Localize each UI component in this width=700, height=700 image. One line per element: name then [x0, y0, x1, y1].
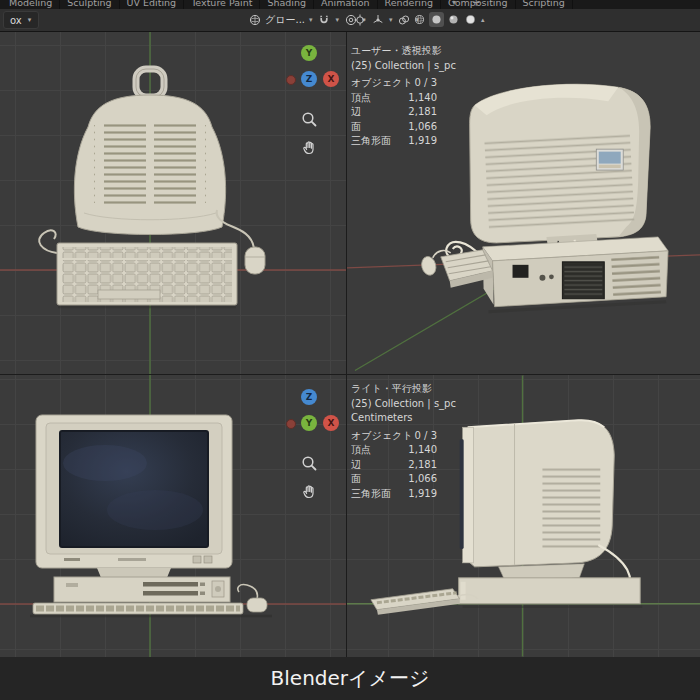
pan-hand-icon[interactable]: [299, 137, 319, 157]
tab-uv-editing[interactable]: UV Editing: [120, 0, 185, 9]
transform-controls-group: グロー... ▾ ▾ ▾: [247, 9, 367, 30]
axis-x-handle[interactable]: X: [323, 71, 339, 87]
stat-value: 1,066: [408, 472, 437, 487]
shading-mode-group: ▴: [412, 9, 486, 30]
tool-dropdown-value: ox: [10, 15, 22, 26]
stat-value: 1,919: [408, 487, 437, 502]
stat-label: オブジェクト: [351, 76, 412, 91]
axis-gizmo[interactable]: Z Y X: [278, 389, 340, 433]
tab-sculpting[interactable]: Sculpting: [60, 0, 119, 9]
view-label: ライト・平行投影: [351, 382, 456, 397]
stat-value: 1,919: [408, 134, 437, 149]
show-overlays-icon[interactable]: [397, 12, 412, 27]
shading-rendered-icon[interactable]: [463, 12, 478, 27]
zoom-icon[interactable]: [299, 453, 319, 473]
axis-negative-x-handle[interactable]: [286, 75, 296, 85]
stat-label: 頂点: [351, 443, 371, 458]
scene-stats: オブジェクト0 / 3 頂点1,140 辺2,181 面1,066 三角形面1,…: [351, 76, 437, 149]
chevron-down-icon[interactable]: ▾: [389, 16, 393, 24]
axis-negative-x-handle[interactable]: [286, 419, 296, 429]
overlay-controls-group: ▾ ▾: [352, 9, 420, 30]
snap-magnet-icon[interactable]: [317, 12, 332, 27]
stat-label: 辺: [351, 105, 361, 120]
stat-value: 1,066: [408, 120, 437, 135]
view-label: ユーザー・透視投影: [351, 44, 456, 59]
tab-rendering[interactable]: Rendering: [378, 0, 442, 9]
tabs-overflow-caret[interactable]: ▾: [452, 0, 456, 7]
shading-wireframe-icon[interactable]: [412, 12, 427, 27]
tab-shading[interactable]: Shading: [260, 0, 314, 9]
nav-cluster-top-left: Y Z X: [278, 45, 340, 157]
axis-x-handle[interactable]: X: [323, 415, 339, 431]
viewport-bottom-right[interactable]: ライト・平行投影 (25) Collection | s_pc Centimet…: [347, 375, 700, 657]
transform-orientation-label[interactable]: グロー...: [265, 13, 305, 27]
stat-value: 2,181: [408, 458, 437, 473]
workspace-tabs: Modeling Sculpting UV Editing Texture Pa…: [0, 0, 700, 9]
axis-z-handle[interactable]: Z: [301, 71, 317, 87]
chevron-up-icon[interactable]: ▴: [481, 16, 485, 24]
pan-hand-icon[interactable]: [299, 481, 319, 501]
show-gizmo-icon[interactable]: [370, 12, 385, 27]
stat-label: 三角形面: [351, 134, 391, 149]
caption-text: Blenderイメージ: [271, 665, 430, 692]
scene-stats: オブジェクト0 / 3 頂点1,140 辺2,181 面1,066 三角形面1,…: [351, 429, 437, 502]
viewport-bottom-left[interactable]: Z Y X: [0, 375, 346, 657]
collection-path: (25) Collection | s_pc: [351, 59, 456, 74]
tab-modeling[interactable]: Modeling: [2, 0, 60, 9]
tab-scripting[interactable]: Scripting: [516, 0, 573, 9]
chevron-down-icon[interactable]: ▾: [336, 16, 340, 24]
axis-y-handle[interactable]: Y: [301, 45, 317, 61]
add-workspace-button[interactable]: +: [472, 0, 480, 8]
shading-material-icon[interactable]: [446, 12, 461, 27]
quad-viewport: Y Z X: [0, 31, 700, 657]
collection-path: (25) Collection | s_pc: [351, 397, 456, 412]
stat-value: 0 / 3: [415, 429, 437, 444]
transform-orientation-icon[interactable]: [247, 12, 262, 27]
image-caption: Blenderイメージ: [0, 657, 700, 700]
chevron-down-icon: ▾: [28, 16, 32, 24]
axis-y-handle[interactable]: Y: [301, 415, 317, 431]
axis-gizmo[interactable]: Y Z X: [278, 45, 340, 89]
stat-value: 2,181: [408, 105, 437, 120]
workspace-tab-bar: Modeling Sculpting UV Editing Texture Pa…: [0, 0, 700, 9]
stat-label: 頂点: [351, 91, 371, 106]
nav-cluster-bottom-left: Z Y X: [278, 389, 340, 501]
viewport-info-bottom-right: ライト・平行投影 (25) Collection | s_pc Centimet…: [351, 382, 456, 501]
tool-dropdown[interactable]: ox ▾: [3, 11, 39, 29]
viewport-top-right[interactable]: ユーザー・透視投影 (25) Collection | s_pc オブジェクト0…: [347, 31, 700, 374]
viewport-top-left[interactable]: Y Z X: [0, 31, 346, 374]
stat-label: 辺: [351, 458, 361, 473]
stat-label: 面: [351, 120, 361, 135]
axis-z-handle[interactable]: Z: [301, 389, 317, 405]
stat-label: 面: [351, 472, 361, 487]
units-label: Centimeters: [351, 411, 456, 426]
stat-value: 1,140: [408, 91, 437, 106]
zoom-icon[interactable]: [299, 109, 319, 129]
blender-window: Modeling Sculpting UV Editing Texture Pa…: [0, 0, 700, 700]
3d-cursor-icon[interactable]: [352, 12, 367, 27]
shading-solid-icon[interactable]: [429, 12, 444, 27]
stat-label: 三角形面: [351, 487, 391, 502]
stat-value: 0 / 3: [415, 76, 437, 91]
tab-texture-paint[interactable]: Texture Paint: [184, 0, 260, 9]
viewport-header: ox ▾ グロー... ▾ ▾ ▾ ▾: [0, 9, 700, 32]
chevron-down-icon[interactable]: ▾: [309, 16, 313, 24]
tab-animation[interactable]: Animation: [314, 0, 377, 9]
stat-label: オブジェクト: [351, 429, 412, 444]
viewport-info-top-right: ユーザー・透視投影 (25) Collection | s_pc オブジェクト0…: [351, 44, 456, 149]
stat-value: 1,140: [408, 443, 437, 458]
